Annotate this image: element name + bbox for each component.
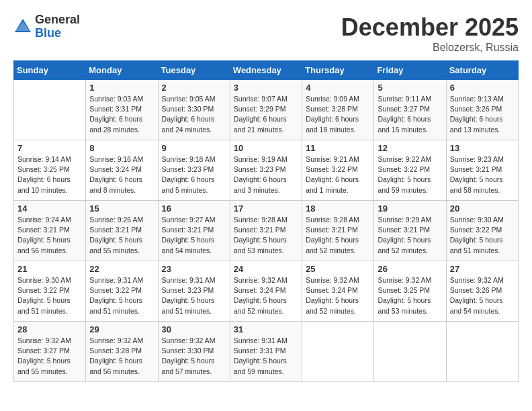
day-number: 13 [450, 143, 515, 153]
day-number: 28 [17, 324, 82, 334]
day-number: 9 [162, 143, 226, 153]
col-header-sunday: Sunday [14, 61, 86, 80]
day-info: Sunrise: 9:13 AM Sunset: 3:26 PM Dayligh… [450, 94, 515, 135]
day-number: 10 [234, 143, 298, 153]
day-info: Sunrise: 9:32 AM Sunset: 3:24 PM Dayligh… [306, 275, 370, 316]
day-info: Sunrise: 9:29 AM Sunset: 3:21 PM Dayligh… [378, 215, 442, 256]
day-info: Sunrise: 9:32 AM Sunset: 3:25 PM Dayligh… [378, 275, 442, 316]
day-cell: 25Sunrise: 9:32 AM Sunset: 3:24 PM Dayli… [302, 261, 374, 322]
day-number: 29 [89, 324, 154, 334]
day-cell: 2Sunrise: 9:05 AM Sunset: 3:30 PM Daylig… [158, 80, 230, 140]
day-number: 3 [234, 83, 298, 93]
day-cell: 19Sunrise: 9:29 AM Sunset: 3:21 PM Dayli… [374, 201, 446, 261]
day-cell: 18Sunrise: 9:28 AM Sunset: 3:21 PM Dayli… [302, 201, 374, 261]
day-info: Sunrise: 9:19 AM Sunset: 3:23 PM Dayligh… [234, 154, 298, 195]
day-cell [14, 80, 86, 140]
day-info: Sunrise: 9:32 AM Sunset: 3:24 PM Dayligh… [234, 275, 298, 316]
day-cell: 28Sunrise: 9:32 AM Sunset: 3:27 PM Dayli… [14, 322, 86, 382]
day-number: 15 [89, 203, 154, 214]
day-info: Sunrise: 9:05 AM Sunset: 3:30 PM Dayligh… [162, 94, 226, 135]
day-number: 17 [234, 203, 298, 214]
day-number: 23 [162, 264, 226, 274]
day-number: 27 [450, 264, 515, 274]
day-info: Sunrise: 9:23 AM Sunset: 3:21 PM Dayligh… [450, 154, 515, 195]
day-cell [302, 322, 374, 382]
day-number: 1 [89, 83, 154, 93]
day-info: Sunrise: 9:28 AM Sunset: 3:21 PM Dayligh… [306, 215, 370, 256]
logo-icon [13, 17, 32, 36]
day-cell: 14Sunrise: 9:24 AM Sunset: 3:21 PM Dayli… [14, 201, 86, 261]
day-number: 25 [306, 264, 370, 274]
week-row-1: 1Sunrise: 9:03 AM Sunset: 3:31 PM Daylig… [14, 80, 519, 140]
svg-marker-1 [16, 21, 30, 31]
day-number: 22 [89, 264, 154, 274]
col-header-saturday: Saturday [446, 61, 518, 80]
day-info: Sunrise: 9:18 AM Sunset: 3:23 PM Dayligh… [162, 154, 226, 195]
day-info: Sunrise: 9:24 AM Sunset: 3:21 PM Dayligh… [17, 215, 82, 256]
logo-general-text: General [35, 13, 80, 26]
col-header-friday: Friday [374, 61, 446, 80]
title-block: December 2025 Belozersk, Russia [341, 13, 519, 54]
day-cell: 20Sunrise: 9:30 AM Sunset: 3:22 PM Dayli… [446, 201, 518, 261]
day-cell: 4Sunrise: 9:09 AM Sunset: 3:28 PM Daylig… [302, 80, 374, 140]
day-cell: 12Sunrise: 9:22 AM Sunset: 3:22 PM Dayli… [374, 140, 446, 201]
day-info: Sunrise: 9:26 AM Sunset: 3:21 PM Dayligh… [89, 215, 154, 256]
day-info: Sunrise: 9:30 AM Sunset: 3:22 PM Dayligh… [17, 275, 82, 316]
day-info: Sunrise: 9:31 AM Sunset: 3:31 PM Dayligh… [234, 336, 298, 377]
day-number: 7 [17, 143, 82, 153]
day-info: Sunrise: 9:31 AM Sunset: 3:22 PM Dayligh… [89, 275, 154, 316]
day-cell: 29Sunrise: 9:32 AM Sunset: 3:28 PM Dayli… [86, 322, 158, 382]
day-number: 6 [450, 83, 515, 93]
day-info: Sunrise: 9:11 AM Sunset: 3:27 PM Dayligh… [378, 94, 442, 135]
week-row-2: 7Sunrise: 9:14 AM Sunset: 3:25 PM Daylig… [14, 140, 519, 201]
day-cell: 30Sunrise: 9:32 AM Sunset: 3:30 PM Dayli… [158, 322, 230, 382]
week-row-5: 28Sunrise: 9:32 AM Sunset: 3:27 PM Dayli… [14, 322, 519, 382]
day-cell: 11Sunrise: 9:21 AM Sunset: 3:22 PM Dayli… [302, 140, 374, 201]
day-info: Sunrise: 9:31 AM Sunset: 3:23 PM Dayligh… [162, 275, 226, 316]
col-header-thursday: Thursday [302, 61, 374, 80]
day-cell: 22Sunrise: 9:31 AM Sunset: 3:22 PM Dayli… [86, 261, 158, 322]
day-cell: 21Sunrise: 9:30 AM Sunset: 3:22 PM Dayli… [14, 261, 86, 322]
day-cell: 27Sunrise: 9:32 AM Sunset: 3:26 PM Dayli… [446, 261, 518, 322]
day-info: Sunrise: 9:16 AM Sunset: 3:24 PM Dayligh… [89, 154, 154, 195]
day-number: 31 [234, 324, 298, 334]
day-number: 14 [17, 203, 82, 214]
day-cell: 9Sunrise: 9:18 AM Sunset: 3:23 PM Daylig… [158, 140, 230, 201]
day-cell [446, 322, 518, 382]
day-cell: 8Sunrise: 9:16 AM Sunset: 3:24 PM Daylig… [86, 140, 158, 201]
header-row: SundayMondayTuesdayWednesdayThursdayFrid… [14, 61, 519, 80]
week-row-3: 14Sunrise: 9:24 AM Sunset: 3:21 PM Dayli… [14, 201, 519, 261]
day-info: Sunrise: 9:28 AM Sunset: 3:21 PM Dayligh… [234, 215, 298, 256]
week-row-4: 21Sunrise: 9:30 AM Sunset: 3:22 PM Dayli… [14, 261, 519, 322]
day-number: 30 [162, 324, 226, 334]
day-info: Sunrise: 9:32 AM Sunset: 3:27 PM Dayligh… [17, 336, 82, 377]
col-header-monday: Monday [86, 61, 158, 80]
day-info: Sunrise: 9:14 AM Sunset: 3:25 PM Dayligh… [17, 154, 82, 195]
day-cell: 17Sunrise: 9:28 AM Sunset: 3:21 PM Dayli… [230, 201, 302, 261]
page-header: General Blue December 2025 Belozersk, Ru… [13, 13, 519, 54]
col-header-tuesday: Tuesday [158, 61, 230, 80]
day-number: 16 [162, 203, 226, 214]
location-subtitle: Belozersk, Russia [341, 42, 519, 54]
day-number: 4 [306, 83, 370, 93]
day-cell [374, 322, 446, 382]
day-number: 20 [450, 203, 515, 214]
day-number: 5 [378, 83, 442, 93]
day-cell: 16Sunrise: 9:27 AM Sunset: 3:21 PM Dayli… [158, 201, 230, 261]
day-cell: 31Sunrise: 9:31 AM Sunset: 3:31 PM Dayli… [230, 322, 302, 382]
day-cell: 1Sunrise: 9:03 AM Sunset: 3:31 PM Daylig… [86, 80, 158, 140]
day-number: 21 [17, 264, 82, 274]
day-info: Sunrise: 9:07 AM Sunset: 3:29 PM Dayligh… [234, 94, 298, 135]
day-info: Sunrise: 9:32 AM Sunset: 3:26 PM Dayligh… [450, 275, 515, 316]
day-number: 19 [378, 203, 442, 214]
day-cell: 26Sunrise: 9:32 AM Sunset: 3:25 PM Dayli… [374, 261, 446, 322]
day-cell: 23Sunrise: 9:31 AM Sunset: 3:23 PM Dayli… [158, 261, 230, 322]
month-title: December 2025 [341, 13, 519, 42]
day-info: Sunrise: 9:09 AM Sunset: 3:28 PM Dayligh… [306, 94, 370, 135]
day-info: Sunrise: 9:32 AM Sunset: 3:30 PM Dayligh… [162, 336, 226, 377]
day-cell: 3Sunrise: 9:07 AM Sunset: 3:29 PM Daylig… [230, 80, 302, 140]
day-cell: 15Sunrise: 9:26 AM Sunset: 3:21 PM Dayli… [86, 201, 158, 261]
day-number: 12 [378, 143, 442, 153]
day-cell: 6Sunrise: 9:13 AM Sunset: 3:26 PM Daylig… [446, 80, 518, 140]
day-number: 26 [378, 264, 442, 274]
